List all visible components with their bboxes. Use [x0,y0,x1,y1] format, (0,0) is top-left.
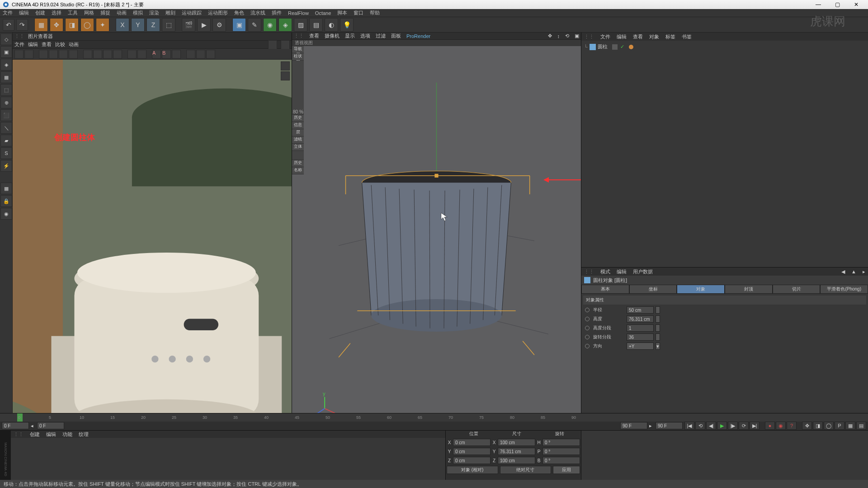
undo-button[interactable]: ↶ [3,19,14,31]
vp-side-hist[interactable]: 柱状图 [292,53,304,61]
lock-button[interactable]: 🔒 [0,195,12,207]
polygon-mode-button[interactable]: ▰ [0,135,12,146]
om-menu-obj[interactable]: 对象 [649,33,659,40]
vp-menu-prorender[interactable]: ProRender [406,33,430,39]
key-pos-button[interactable]: ✥ [802,422,812,430]
menu-help[interactable]: 帮助 [370,9,380,16]
obj-layer-dot[interactable] [612,44,618,50]
attr-tab-object[interactable]: 对象 [677,285,725,294]
bulb-button[interactable]: 💡 [340,18,354,32]
pv-side-1[interactable] [281,61,290,70]
select-tool[interactable]: ▦ [34,18,48,32]
pv-tool-12[interactable] [137,50,146,59]
misc-button[interactable]: ◉ [0,208,12,220]
primitive-cube-button[interactable]: ▣ [232,18,246,32]
pv-tool-3[interactable] [39,50,48,59]
pv-tool-4[interactable] [49,50,58,59]
minimize-button[interactable]: — [809,0,827,9]
am-menu-edit[interactable]: 编辑 [617,268,627,275]
dropdown-icon[interactable]: ▾ [656,343,660,350]
coord-apply-button[interactable]: 应用 [553,466,580,474]
pv-tool-open[interactable] [14,50,24,59]
menu-plugins[interactable]: 插件 [272,9,282,16]
rotate-tool[interactable]: ◯ [80,18,94,32]
menu-motiontrack[interactable]: 运动跟踪 [182,9,202,16]
radio-icon[interactable] [585,317,590,321]
point-mode-button[interactable]: ⬛ [0,109,12,121]
goto-end-button[interactable]: ▶| [750,422,760,430]
pv-tool-10[interactable] [113,50,122,59]
coord-mode-select[interactable]: 对象 (相对) [447,466,498,474]
frame-end2-input[interactable]: 90 F [656,422,683,429]
deformer-button[interactable]: ◈ [278,18,292,32]
menu-realflow[interactable]: RealFlow [288,10,309,16]
vp-side-h1[interactable]: 历史 [292,115,304,122]
close-button[interactable]: ✕ [847,0,865,9]
vp-side-h4[interactable]: 滤镜 [292,136,304,144]
render-picture-button[interactable]: ▶ [197,18,211,32]
vp-side-nav[interactable]: 导航器 [292,46,304,53]
vp-side-h2[interactable]: 信息 [292,122,304,129]
attr-rseg-input[interactable]: 36 [627,333,654,341]
pv-tool-a[interactable]: A [152,50,161,59]
pv-opt-button[interactable] [281,40,290,49]
pv-tool-15[interactable] [196,50,205,59]
coord-z-size[interactable]: 100 cm [498,457,535,464]
maximize-button[interactable]: ▢ [828,0,846,9]
menu-octane[interactable]: Octane [315,10,331,16]
make-editable-button[interactable]: ◇ [0,33,12,45]
am-menu-mode[interactable]: 模式 [600,268,610,275]
pv-menu-view[interactable]: 查看 [42,41,52,48]
pv-side-2[interactable] [281,71,290,80]
record-button[interactable]: ● [765,422,775,430]
vp-side-h6[interactable]: 历史 [292,160,304,167]
coord-p-rot[interactable]: 0 ° [542,448,580,455]
menu-tools[interactable]: 工具 [68,9,78,16]
coord-system-button[interactable]: ⬚ [162,18,175,32]
render-settings-button[interactable]: ⚙ [212,18,226,32]
pv-tool-8[interactable] [93,50,102,59]
mm-menu-create[interactable]: 创建 [30,431,40,438]
om-menu-tag[interactable]: 标签 [665,33,675,40]
am-nav-up-icon[interactable]: ▲ [851,269,856,274]
menu-snap[interactable]: 捕捉 [100,9,110,16]
menu-mesh[interactable]: 网格 [84,9,94,16]
camera-button[interactable]: ▤ [309,18,323,32]
pv-tool-7[interactable] [83,50,92,59]
coord-b-rot[interactable]: 0 ° [542,457,580,464]
obj-vis-icon[interactable]: ✓ [620,44,624,50]
radio-icon[interactable] [585,335,590,339]
key-pla-button[interactable]: ▦ [845,422,855,430]
spinner-icon[interactable] [656,315,660,323]
model-mode-button[interactable]: ▣ [0,46,12,58]
attr-hseg-input[interactable]: 1 [627,324,654,332]
am-nav-next-icon[interactable]: ▸ [863,269,865,275]
keyopt-button[interactable]: ? [787,422,797,430]
attr-radius-input[interactable]: 50 cm [627,306,654,314]
om-menu-file[interactable]: 文件 [600,33,610,40]
am-menu-userdata[interactable]: 用户数据 [633,268,653,275]
snap-toggle-button[interactable]: ▦ [0,183,12,194]
tweak-button[interactable]: ⚡ [0,160,12,172]
radio-icon[interactable] [585,344,590,348]
axis-x-button[interactable]: X [116,18,129,32]
coord-h-rot[interactable]: 0 ° [542,439,580,446]
object-tree[interactable]: └ 圆柱 ✓ [581,41,868,267]
menu-pipeline[interactable]: 流水线 [250,9,265,16]
next-key-button[interactable]: ⟳ [739,422,749,430]
om-menu-view[interactable]: 查看 [633,33,643,40]
pv-menu-compare[interactable]: 比较 [55,41,65,48]
vp-side-h3[interactable]: 层 [292,129,304,136]
render-view-button[interactable]: 🎬 [182,18,195,32]
om-menu-edit[interactable]: 编辑 [617,33,627,40]
pv-tool-save[interactable] [24,50,33,59]
move-tool[interactable]: ✥ [50,18,63,32]
key-rot-button[interactable]: ◯ [824,422,834,430]
attr-tab-phong[interactable]: 平滑着色(Phong) [820,285,868,294]
attr-tab-basic[interactable]: 基本 [581,285,629,294]
coord-y-size[interactable]: 76.311 cm [498,448,535,455]
step-fwd-button[interactable]: |▶ [728,422,738,430]
vp-nav-1-icon[interactable]: ✥ [548,33,552,39]
mm-menu-tex[interactable]: 纹理 [79,431,89,438]
pv-tool-5[interactable] [59,50,68,59]
